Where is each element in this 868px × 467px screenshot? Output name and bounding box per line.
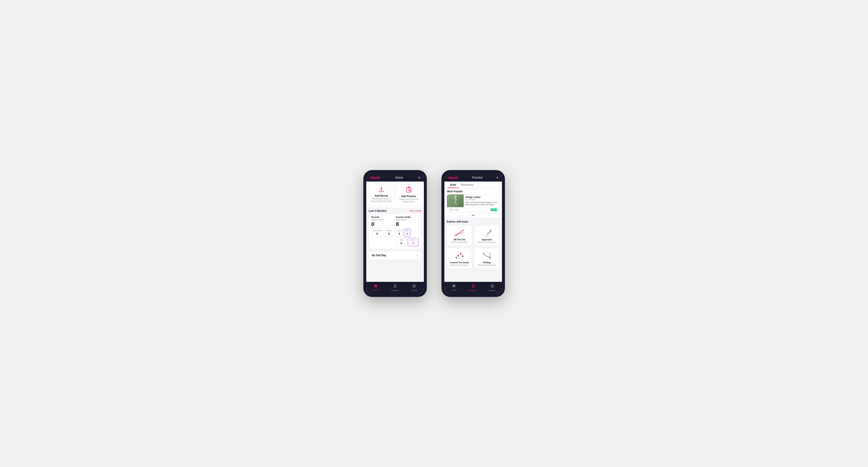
ott-value: 0 bbox=[399, 232, 400, 235]
phone-practice: clippd Practice ≡ Drills Favourites Most… bbox=[441, 170, 505, 297]
svg-line-20 bbox=[454, 202, 456, 206]
practice-content: Most Popular bbox=[444, 188, 502, 282]
tournament-value: 0 bbox=[376, 232, 378, 235]
drills-total: 8 bbox=[396, 221, 419, 227]
dot-1 bbox=[470, 215, 471, 216]
svg-point-28 bbox=[463, 230, 464, 231]
practice-stat: Practice 0 bbox=[384, 228, 394, 237]
nav-activities[interactable]: Activities bbox=[385, 282, 405, 294]
putting-title: Putting bbox=[483, 261, 491, 264]
practice-bottom-nav: Home Activities bbox=[444, 282, 502, 294]
practice-title: Practice bbox=[472, 176, 483, 179]
favourite-star-icon[interactable]: ☆ bbox=[495, 196, 497, 198]
skill-off-the-tee[interactable]: Off The Tee Power and accuracy bbox=[447, 225, 472, 246]
golf-bag-label: My Golf Bag bbox=[372, 254, 386, 257]
app-value: 4 bbox=[407, 232, 408, 235]
svg-point-29 bbox=[490, 231, 491, 232]
svg-line-18 bbox=[452, 197, 453, 198]
app-label: APP bbox=[406, 229, 409, 231]
practice-label: Practice bbox=[386, 229, 393, 231]
drill-image-placeholder bbox=[448, 194, 464, 207]
ott-label: OTT bbox=[398, 229, 401, 231]
rounds-sub-grid: Tournament 0 Practice 0 bbox=[371, 228, 394, 237]
view-activity-link[interactable]: View Activity bbox=[409, 210, 422, 212]
around-green-title: Around The Green bbox=[450, 261, 469, 264]
home-logo: clippd bbox=[370, 176, 380, 180]
skill-putting[interactable]: Putting Make and lag practice bbox=[474, 248, 499, 269]
svg-point-31 bbox=[491, 230, 492, 231]
skill-approach[interactable]: Approach Dial-in to hit the green bbox=[474, 225, 499, 246]
golf-bag-row[interactable]: My Golf Bag › bbox=[369, 251, 422, 260]
add-round-card[interactable]: Add Round Record your shots in fast or e… bbox=[369, 184, 394, 206]
drill-subtitle: 50–100 yds bbox=[466, 198, 481, 200]
putt-label: PUTT bbox=[409, 239, 417, 241]
approach-icon-area bbox=[481, 228, 493, 238]
svg-line-17 bbox=[453, 198, 456, 199]
most-popular-header: Most Popular bbox=[444, 188, 502, 194]
app-type-badge: APP bbox=[491, 208, 497, 211]
practice-nav-capture[interactable]: Capture bbox=[483, 282, 502, 294]
nav-capture[interactable]: Capture bbox=[405, 282, 424, 294]
add-practice-card[interactable]: Add Practice Capture your practice off-t… bbox=[396, 184, 422, 206]
stats-card: Rounds Rounds Capture 0 Tournament 0 Pra… bbox=[369, 213, 422, 249]
action-cards-row: Add Round Record your shots in fast or e… bbox=[366, 182, 424, 208]
arg-label: ARG bbox=[398, 239, 405, 241]
around-green-icon-area bbox=[454, 251, 466, 260]
tournament-label: Tournament bbox=[373, 229, 381, 231]
drills-captures-label: Drills Capture bbox=[396, 219, 419, 221]
arg-value: 0 bbox=[401, 242, 402, 245]
explore-section: Explore skill areas bbox=[444, 219, 502, 270]
app-stat: APP 4 bbox=[404, 228, 411, 237]
putting-icon-area bbox=[481, 251, 493, 260]
home-menu-icon[interactable]: ≡ bbox=[418, 176, 420, 180]
home-header: clippd Home ≡ bbox=[366, 173, 424, 182]
off-the-tee-desc: Power and accuracy bbox=[451, 241, 468, 243]
practice-nav-activities[interactable]: Activities bbox=[463, 282, 483, 294]
svg-point-47 bbox=[472, 284, 474, 286]
drill-title-row: Wedge Ladder 50–100 yds ☆ bbox=[466, 196, 497, 201]
practice-nav-capture-icon bbox=[490, 284, 494, 289]
rounds-captures-label: Rounds Capture bbox=[371, 219, 394, 221]
nav-activities-label: Activities bbox=[391, 289, 399, 291]
add-round-desc: Record your shots in fast or enhanced mo… bbox=[371, 198, 392, 203]
practice-value: 0 bbox=[388, 232, 390, 235]
dot-2[interactable] bbox=[472, 215, 474, 216]
add-practice-icon bbox=[406, 187, 412, 194]
rounds-section: Rounds Rounds Capture 0 Tournament 0 Pra… bbox=[371, 216, 394, 246]
svg-point-9 bbox=[394, 284, 396, 286]
svg-line-21 bbox=[456, 202, 457, 206]
practice-logo: clippd bbox=[448, 176, 458, 180]
practice-nav-activities-icon bbox=[471, 284, 475, 289]
drills-sub-grid: OTT 0 APP 4 bbox=[396, 228, 419, 237]
tournament-stat: Tournament 0 bbox=[371, 228, 383, 237]
nav-home[interactable]: Home bbox=[366, 282, 385, 294]
add-practice-desc: Capture your practice off-the-course bbox=[398, 198, 419, 203]
drill-title: Wedge Ladder bbox=[466, 196, 481, 198]
svg-point-30 bbox=[489, 232, 490, 233]
practice-tabs: Drills Favourites bbox=[444, 182, 502, 188]
svg-line-19 bbox=[456, 199, 458, 200]
svg-point-38 bbox=[459, 258, 460, 259]
dot-3 bbox=[475, 215, 476, 216]
skill-around-green[interactable]: Around The Green Hone your short game bbox=[447, 248, 472, 269]
around-green-desc: Hone your short game bbox=[450, 264, 468, 266]
add-round-title: Add Round bbox=[375, 194, 388, 197]
nav-capture-icon bbox=[412, 284, 416, 289]
tab-favourites[interactable]: Favourites bbox=[459, 182, 476, 188]
drill-image bbox=[448, 194, 464, 207]
drill-footer: 9 shots APP bbox=[447, 207, 499, 212]
golf-bag-chevron: › bbox=[417, 254, 418, 257]
stats-grid: Rounds Rounds Capture 0 Tournament 0 Pra… bbox=[371, 216, 419, 246]
tab-drills[interactable]: Drills bbox=[448, 182, 459, 188]
practice-menu-icon[interactable]: ≡ bbox=[496, 176, 498, 180]
svg-point-15 bbox=[455, 196, 457, 198]
approach-desc: Dial-in to hit the green bbox=[478, 241, 496, 243]
svg-point-32 bbox=[488, 233, 489, 234]
drill-info: Wedge Ladder 50–100 yds ☆ Play 1 shot at… bbox=[464, 194, 499, 207]
svg-rect-3 bbox=[408, 187, 410, 188]
nav-home-icon bbox=[374, 284, 378, 288]
wedge-ladder-card[interactable]: Wedge Ladder 50–100 yds ☆ Play 1 shot at… bbox=[447, 194, 499, 212]
practice-header: clippd Practice ≡ bbox=[444, 173, 502, 182]
nav-home-label: Home bbox=[373, 289, 378, 291]
practice-nav-home[interactable]: Home bbox=[444, 282, 464, 294]
